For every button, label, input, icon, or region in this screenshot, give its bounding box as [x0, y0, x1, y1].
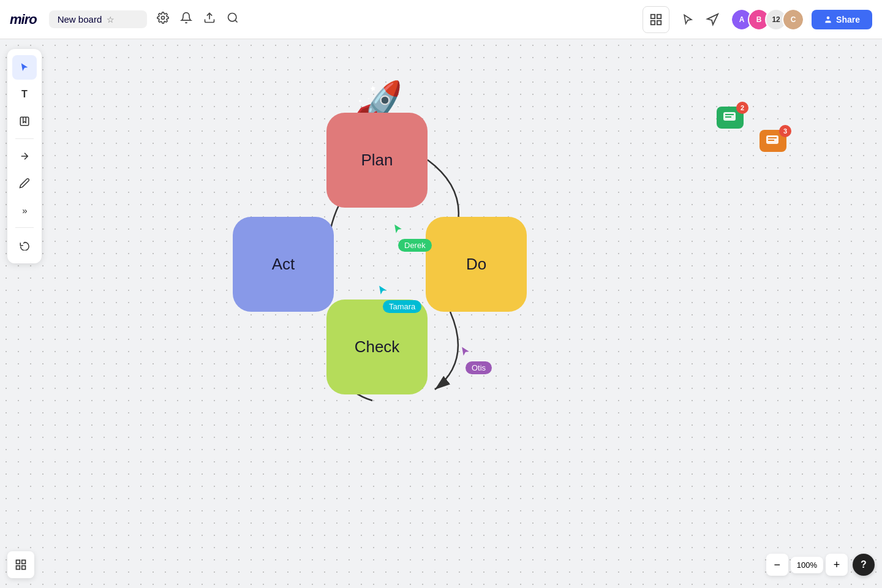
comment-bubble-2[interactable]: 3 [760, 130, 786, 152]
svg-rect-4 [657, 20, 661, 24]
upload-icon[interactable] [203, 12, 216, 27]
app-logo[interactable]: miro [10, 12, 37, 28]
zoom-out-button[interactable]: − [766, 554, 788, 576]
undo-button[interactable] [12, 233, 37, 257]
svg-rect-19 [22, 566, 26, 570]
frames-panel-button[interactable] [7, 551, 34, 578]
collaborators-avatars[interactable]: A B 12 C [731, 9, 804, 31]
bottom-left [7, 551, 34, 578]
arrow-tool[interactable] [12, 144, 37, 168]
svg-rect-2 [657, 14, 661, 18]
star-icon[interactable]: ☆ [107, 15, 115, 24]
settings-icon[interactable] [157, 12, 169, 27]
board-title: New board [58, 14, 102, 24]
toolbar-separator-2 [15, 227, 34, 228]
topbar: miro New board ☆ [0, 0, 882, 39]
text-tool[interactable]: T [12, 82, 37, 107]
zoom-level[interactable]: 100% [791, 557, 823, 573]
svg-point-0 [228, 13, 236, 21]
confetti-button[interactable] [701, 9, 723, 31]
comment-bubble-1[interactable]: 2 [717, 107, 744, 129]
more-tools[interactable]: » [12, 198, 37, 222]
svg-rect-17 [22, 560, 26, 564]
node-act[interactable]: Act [233, 217, 334, 312]
pdca-diagram: 🚀 [208, 88, 551, 431]
svg-rect-18 [17, 566, 20, 570]
node-plan[interactable]: Plan [326, 113, 428, 208]
svg-rect-16 [17, 560, 20, 564]
avatar-3[interactable]: C [782, 9, 804, 31]
topbar-tools [157, 12, 239, 27]
help-button[interactable]: ? [853, 554, 875, 576]
notification-icon[interactable] [180, 12, 192, 27]
comment-badge-2: 3 [779, 125, 791, 137]
comment-badge-1: 2 [736, 102, 748, 114]
select-tool[interactable] [12, 55, 37, 80]
svg-rect-1 [651, 14, 655, 18]
zoom-in-button[interactable]: + [826, 554, 848, 576]
cursor-tools [677, 9, 723, 31]
pen-tool[interactable] [12, 171, 37, 195]
zoom-area: − 100% + ? [766, 554, 875, 576]
board-title-area[interactable]: New board ☆ [49, 10, 147, 28]
share-button[interactable]: Share [812, 10, 872, 29]
cursor-mode-button[interactable] [677, 9, 699, 31]
canvas[interactable]: 🚀 [0, 39, 882, 588]
zoom-controls: − 100% + [766, 554, 848, 576]
topbar-right: A B 12 C Share [643, 6, 872, 33]
left-toolbar: T » [7, 49, 42, 263]
node-do[interactable]: Do [426, 217, 527, 312]
node-check[interactable]: Check [326, 300, 428, 394]
svg-rect-3 [651, 20, 655, 24]
grid-view-button[interactable] [643, 6, 669, 33]
toolbar-separator [15, 138, 34, 139]
sticky-tool[interactable] [12, 109, 37, 134]
search-icon[interactable] [227, 12, 239, 27]
